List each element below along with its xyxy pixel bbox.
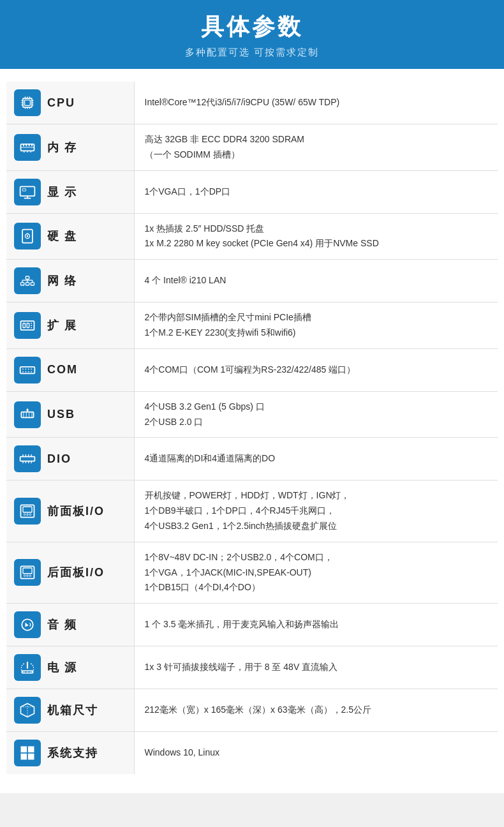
value-cell-display: 1个VGA口，1个DP口 bbox=[134, 170, 498, 213]
hdd-icon bbox=[14, 223, 41, 250]
dio-icon bbox=[14, 445, 41, 472]
cpu-icon bbox=[14, 89, 41, 116]
value-cell-chassis: 212毫米（宽）x 165毫米（深）x 63毫米（高），2.5公斤 bbox=[134, 689, 498, 732]
label-cell-expansion: 扩 展 bbox=[6, 302, 134, 349]
label-cell-cpu: CPU bbox=[6, 82, 134, 124]
label-cell-chassis: 机箱尺寸 bbox=[6, 689, 134, 732]
svg-rect-59 bbox=[20, 457, 35, 461]
page-subtitle: 多种配置可选 可按需求定制 bbox=[13, 47, 491, 59]
label-cell-com: COM bbox=[6, 348, 134, 391]
svg-rect-84 bbox=[28, 747, 34, 753]
table-row: CPUIntel®Core™12代i3/i5/i7/i9CPU (35W/ 65… bbox=[6, 82, 498, 124]
usb-icon bbox=[14, 401, 41, 428]
svg-rect-1 bbox=[25, 100, 31, 106]
svg-point-51 bbox=[26, 371, 27, 373]
svg-point-46 bbox=[22, 368, 24, 369]
table-row: 后面板I/O1个8V~48V DC-IN；2个USB2.0，4个COM口，1个V… bbox=[6, 542, 498, 603]
svg-point-76 bbox=[27, 575, 29, 577]
svg-rect-26 bbox=[22, 188, 26, 191]
page-title: 具体参数 bbox=[13, 11, 491, 43]
value-cell-power: 1x 3 针可插拔接线端子，用于 8 至 48V 直流输入 bbox=[134, 646, 498, 689]
svg-rect-23 bbox=[20, 186, 35, 196]
svg-rect-85 bbox=[21, 754, 27, 760]
svg-rect-19 bbox=[31, 144, 33, 147]
audio-icon bbox=[14, 611, 41, 638]
svg-rect-18 bbox=[29, 144, 30, 147]
label-cell-power: 电 源 bbox=[6, 646, 134, 689]
svg-point-77 bbox=[29, 575, 31, 577]
value-cell-usb: 4个USB 3.2 Gen1 (5 Gbps) 口2个USB 2.0 口 bbox=[134, 391, 498, 438]
label-text-cpu: CPU bbox=[47, 96, 75, 110]
page-wrapper: 具体参数 多种配置可选 可按需求定制 CPUIntel®Core™12代i3/i… bbox=[0, 0, 504, 793]
svg-rect-33 bbox=[31, 283, 34, 285]
header: 具体参数 多种配置可选 可按需求定制 bbox=[0, 0, 504, 69]
svg-rect-16 bbox=[23, 144, 24, 147]
svg-rect-74 bbox=[23, 568, 32, 574]
label-text-chassis: 机箱尺寸 bbox=[47, 703, 98, 718]
label-text-com: COM bbox=[47, 363, 78, 376]
svg-rect-45 bbox=[20, 367, 35, 374]
svg-point-48 bbox=[28, 368, 29, 369]
value-cell-audio: 1 个 3.5 毫米插孔，用于麦克风输入和扬声器输出 bbox=[134, 604, 498, 646]
svg-point-53 bbox=[31, 371, 32, 373]
specs-container: CPUIntel®Core™12代i3/i5/i7/i9CPU (35W/ 65… bbox=[0, 82, 504, 793]
label-cell-display: 显 示 bbox=[6, 170, 134, 213]
label-text-hdd: 硬 盘 bbox=[47, 228, 77, 244]
value-cell-dio: 4通道隔离的DI和4通道隔离的DO bbox=[134, 438, 498, 481]
power-icon bbox=[14, 654, 41, 681]
svg-point-75 bbox=[24, 575, 26, 577]
svg-point-50 bbox=[22, 371, 24, 373]
label-text-dio: DIO bbox=[47, 452, 71, 466]
svg-rect-32 bbox=[26, 283, 29, 285]
svg-point-70 bbox=[24, 514, 26, 516]
label-cell-usb: USB bbox=[6, 391, 134, 438]
table-row: COM4个COM口（COM 1可编程为RS-232/422/485 端口） bbox=[6, 348, 498, 391]
svg-rect-86 bbox=[28, 754, 34, 760]
value-cell-memory: 高达 32GB 非 ECC DDR4 3200 SDRAM（一个 SODIMM … bbox=[134, 124, 498, 171]
os-icon bbox=[14, 740, 41, 766]
table-row: 前面板I/O开机按键，POWER灯，HDD灯，WDT灯，IGN灯，1个DB9半破… bbox=[6, 481, 498, 542]
value-cell-cpu: Intel®Core™12代i3/i5/i7/i9CPU (35W/ 65W T… bbox=[134, 82, 498, 124]
table-row: DIO4通道隔离的DI和4通道隔离的DO bbox=[6, 438, 498, 481]
value-cell-os: Windows 10, Linux bbox=[134, 732, 498, 775]
value-cell-front-panel: 开机按键，POWER灯，HDD灯，WDT灯，IGN灯，1个DB9半破口，1个DP… bbox=[134, 481, 498, 542]
label-text-front-panel: 前面板I/O bbox=[47, 503, 105, 519]
value-cell-com: 4个COM口（COM 1可编程为RS-232/422/485 端口） bbox=[134, 348, 498, 391]
panel-icon bbox=[14, 559, 41, 586]
display-icon bbox=[14, 179, 41, 205]
svg-rect-83 bbox=[21, 747, 27, 753]
label-text-audio: 音 频 bbox=[47, 617, 77, 632]
label-cell-front-panel: 前面板I/O bbox=[6, 481, 134, 542]
svg-rect-40 bbox=[23, 323, 26, 327]
label-cell-audio: 音 频 bbox=[6, 604, 134, 646]
value-cell-rear-panel: 1个8V~48V DC-IN；2个USB2.0，4个COM口，1个VGA，1个J… bbox=[134, 542, 498, 603]
label-text-expansion: 扩 展 bbox=[47, 318, 77, 333]
network-icon bbox=[14, 267, 41, 294]
label-cell-memory: 内 存 bbox=[6, 124, 134, 171]
specs-table: CPUIntel®Core™12代i3/i5/i7/i9CPU (35W/ 65… bbox=[6, 82, 498, 774]
table-row: 网 络4 个 Intel® i210 LAN bbox=[6, 260, 498, 302]
memory-icon bbox=[14, 134, 41, 161]
svg-point-29 bbox=[27, 235, 29, 237]
svg-rect-31 bbox=[21, 283, 24, 285]
value-cell-expansion: 2个带内部SIM插槽的全尺寸mini PCIe插槽1个M.2 E-KEY 223… bbox=[134, 302, 498, 349]
table-row: 扩 展2个带内部SIM插槽的全尺寸mini PCIe插槽1个M.2 E-KEY … bbox=[6, 302, 498, 349]
label-cell-network: 网 络 bbox=[6, 260, 134, 302]
label-text-display: 显 示 bbox=[47, 184, 77, 200]
label-cell-rear-panel: 后面板I/O bbox=[6, 542, 134, 603]
table-row: 音 频1 个 3.5 毫米插孔，用于麦克风输入和扬声器输出 bbox=[6, 604, 498, 646]
svg-point-47 bbox=[26, 368, 27, 369]
label-text-power: 电 源 bbox=[47, 660, 77, 675]
table-row: USB4个USB 3.2 Gen1 (5 Gbps) 口2个USB 2.0 口 bbox=[6, 391, 498, 438]
panel-icon bbox=[14, 498, 41, 525]
value-cell-hdd: 1x 热插拔 2.5″ HDD/SSD 托盘1x M.2 2280 M key … bbox=[134, 213, 498, 260]
table-row: 硬 盘1x 热插拔 2.5″ HDD/SSD 托盘1x M.2 2280 M k… bbox=[6, 213, 498, 260]
label-text-rear-panel: 后面板I/O bbox=[47, 565, 105, 580]
label-text-usb: USB bbox=[47, 408, 75, 421]
svg-point-49 bbox=[31, 368, 32, 369]
label-text-memory: 内 存 bbox=[47, 140, 77, 155]
svg-point-72 bbox=[29, 514, 31, 516]
chassis-icon bbox=[14, 697, 41, 724]
label-text-os: 系统支持 bbox=[47, 745, 98, 761]
table-row: 内 存高达 32GB 非 ECC DDR4 3200 SDRAM（一个 SODI… bbox=[6, 124, 498, 171]
